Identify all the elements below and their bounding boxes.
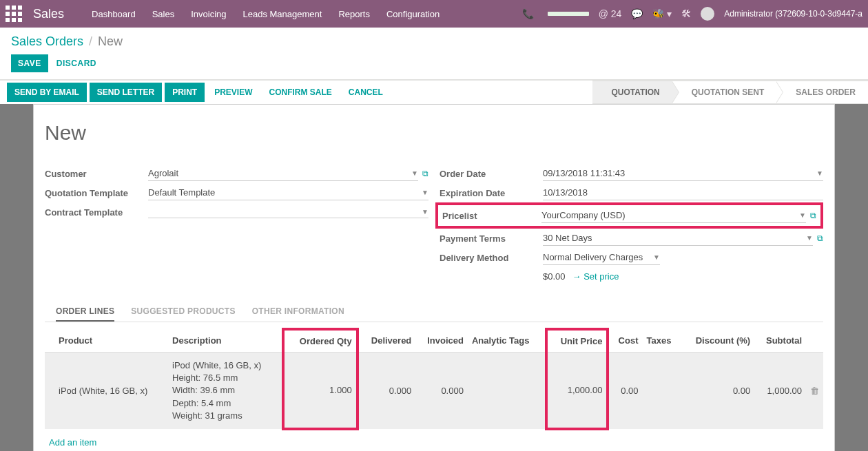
breadcrumb-root[interactable]: Sales Orders	[11, 34, 83, 49]
label-contract-template: Contract Template	[45, 207, 148, 218]
menu-configuration[interactable]: Configuration	[386, 9, 440, 19]
cell-taxes[interactable]	[642, 353, 681, 429]
status-sales-order[interactable]: SALES ORDER	[776, 81, 868, 104]
row-handle[interactable]	[45, 353, 54, 429]
print-button[interactable]: PRINT	[165, 83, 205, 102]
col-subtotal[interactable]: Subtotal	[754, 329, 806, 353]
col-cost[interactable]: Cost	[608, 329, 642, 353]
chevron-down-icon[interactable]: ▼	[806, 234, 813, 242]
field-contract-template[interactable]: ▼	[148, 206, 428, 218]
menu-reports[interactable]: Reports	[338, 9, 370, 19]
form-col-right: Order Date 09/13/2018 11:31:43▼ Expirati…	[440, 164, 823, 282]
notebook-tabs: ORDER LINES SUGGESTED PRODUCTS OTHER INF…	[45, 302, 823, 322]
cell-discount[interactable]: 0.00	[681, 353, 754, 429]
menu-dashboard[interactable]: Dashboard	[92, 9, 136, 19]
tab-suggested[interactable]: SUGGESTED PRODUCTS	[131, 302, 235, 322]
menu-leads[interactable]: Leads Management	[242, 9, 322, 19]
preview-button[interactable]: PREVIEW	[207, 83, 259, 102]
cell-analytic-tags[interactable]	[468, 353, 546, 429]
user-label[interactable]: Administrator (372609-10-0-3d9447-a	[724, 9, 862, 19]
col-taxes[interactable]: Taxes	[642, 329, 681, 353]
bug-icon[interactable]: 🐝 ▾	[652, 8, 672, 19]
value-customer: Agrolait	[148, 168, 178, 178]
save-button[interactable]: SAVE	[11, 54, 48, 72]
delivery-price: $0.00	[543, 271, 566, 282]
apps-icon[interactable]	[6, 6, 22, 22]
field-expiration-date[interactable]: 10/13/2018	[543, 185, 823, 200]
cancel-button[interactable]: CANCEL	[342, 83, 390, 102]
col-invoiced[interactable]: Invoiced	[415, 329, 468, 353]
value-expiration-date: 10/13/2018	[543, 187, 588, 198]
external-link-icon[interactable]: ⧉	[817, 233, 823, 243]
col-analytic-tags[interactable]: Analytic Tags	[468, 329, 546, 353]
label-quotation-template: Quotation Template	[45, 188, 148, 198]
table-row[interactable]: iPod (White, 16 GB, x) iPod (White, 16 G…	[45, 353, 823, 429]
cell-unit-price[interactable]: 1,000.00	[546, 353, 608, 429]
col-description[interactable]: Description	[168, 329, 283, 353]
status-quotation-sent[interactable]: QUOTATION SENT	[672, 81, 777, 104]
external-link-icon[interactable]: ⧉	[810, 211, 816, 220]
field-payment-terms[interactable]: 30 Net Days▼	[543, 231, 813, 246]
tools-icon[interactable]: 🛠	[681, 8, 691, 19]
status-quotation[interactable]: QUOTATION	[592, 81, 672, 104]
add-item-link[interactable]: Add an item	[45, 430, 823, 451]
col-ordered-qty[interactable]: Ordered Qty	[283, 329, 357, 353]
menu-invoicing[interactable]: Invoicing	[191, 9, 226, 19]
cell-cost[interactable]: 0.00	[608, 353, 642, 429]
label-order-date: Order Date	[440, 169, 543, 179]
field-delivery-method[interactable]: Normal Delivery Charges▼	[543, 250, 660, 265]
cell-delivered[interactable]: 0.000	[358, 353, 416, 429]
set-price-link[interactable]: Set price	[572, 271, 619, 282]
app-title: Sales	[33, 7, 64, 21]
chevron-down-icon[interactable]: ▼	[799, 211, 806, 219]
statusbar: SEND BY EMAIL SEND LETTER PRINT PREVIEW …	[0, 80, 868, 104]
field-order-date[interactable]: 09/13/2018 11:31:43▼	[543, 166, 823, 181]
label-customer: Customer	[45, 169, 148, 179]
chevron-down-icon[interactable]: ▼	[653, 253, 660, 261]
send-email-button[interactable]: SEND BY EMAIL	[7, 83, 87, 102]
cell-product[interactable]: iPod (White, 16 GB, x)	[54, 353, 168, 429]
phone-icon[interactable]: 📞	[522, 8, 534, 19]
delivery-price-row: $0.00 Set price	[440, 267, 823, 282]
breadcrumb: Sales Orders / New	[11, 34, 857, 49]
topbar-right: 📞 @ 24 💬 🐝 ▾ 🛠 Administrator (372609-10-…	[522, 7, 862, 21]
value-delivery-method: Normal Delivery Charges	[543, 252, 643, 262]
field-customer[interactable]: Agrolait▼	[148, 166, 418, 181]
label-payment-terms: Payment Terms	[440, 233, 543, 244]
col-handle	[45, 329, 54, 353]
sheet-background: New Customer Agrolait▼ ⧉ Quotation Templ…	[0, 104, 868, 451]
chat-icon[interactable]: 💬	[631, 8, 643, 19]
tab-other[interactable]: OTHER INFORMATION	[252, 302, 344, 322]
col-unit-price[interactable]: Unit Price	[546, 329, 608, 353]
breadcrumb-current: New	[98, 34, 123, 49]
statusbar-buttons: SEND BY EMAIL SEND LETTER PRINT PREVIEW …	[0, 83, 390, 102]
cell-invoiced[interactable]: 0.000	[415, 353, 468, 429]
avatar[interactable]	[701, 7, 714, 21]
col-delivered[interactable]: Delivered	[358, 329, 416, 353]
cell-subtotal[interactable]: 1,000.00	[754, 353, 806, 429]
menu-sales[interactable]: Sales	[152, 9, 175, 19]
field-quotation-template[interactable]: Default Template▼	[148, 185, 428, 200]
top-menu: Dashboard Sales Invoicing Leads Manageme…	[92, 9, 440, 19]
confirm-button[interactable]: CONFIRM SALE	[262, 83, 338, 102]
chevron-down-icon[interactable]: ▼	[411, 169, 418, 177]
cell-ordered-qty[interactable]: 1.000	[283, 353, 357, 429]
discard-button[interactable]: DISCARD	[56, 59, 96, 68]
trash-icon[interactable]: 🗑	[806, 353, 823, 429]
cell-description[interactable]: iPod (White, 16 GB, x) Height: 76.5 mm W…	[168, 353, 283, 429]
col-trash	[806, 329, 823, 353]
chevron-down-icon[interactable]: ▼	[422, 208, 428, 216]
value-pricelist: YourCompany (USD)	[541, 210, 626, 220]
col-discount[interactable]: Discount (%)	[681, 329, 754, 353]
chevron-down-icon[interactable]: ▼	[422, 189, 428, 196]
chevron-down-icon[interactable]: ▼	[816, 169, 823, 177]
mail-count[interactable]: @ 24	[599, 8, 622, 19]
external-link-icon[interactable]: ⧉	[422, 169, 428, 178]
field-pricelist[interactable]: YourCompany (USD)▼	[541, 208, 806, 223]
col-product[interactable]: Product	[54, 329, 168, 353]
label-delivery-method: Delivery Method	[440, 253, 543, 263]
send-letter-button[interactable]: SEND LETTER	[90, 83, 162, 102]
value-quotation-template: Default Template	[148, 187, 215, 198]
tab-order-lines[interactable]: ORDER LINES	[56, 302, 114, 322]
control-panel: Sales Orders / New SAVE DISCARD	[0, 28, 868, 80]
